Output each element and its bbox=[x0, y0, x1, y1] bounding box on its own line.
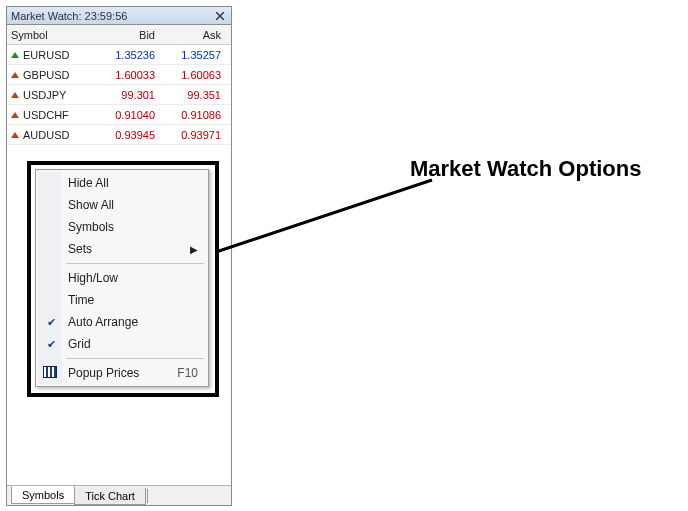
panel-tabs: Symbols Tick Chart bbox=[7, 485, 231, 505]
check-icon: ✔ bbox=[44, 315, 58, 329]
symbol-name: AUDUSD bbox=[23, 129, 69, 141]
menu-label: Sets bbox=[68, 242, 92, 256]
col-header-symbol[interactable]: Symbol bbox=[7, 29, 97, 41]
close-icon[interactable] bbox=[213, 9, 227, 23]
menu-label: Time bbox=[68, 293, 94, 307]
tab-separator bbox=[147, 489, 148, 503]
popup-prices-icon bbox=[43, 366, 57, 378]
menu-label: Show All bbox=[68, 198, 114, 212]
annotation-label: Market Watch Options bbox=[410, 156, 641, 182]
check-icon: ✔ bbox=[44, 337, 58, 351]
bid-price: 1.60033 bbox=[97, 69, 163, 81]
menu-hide-all[interactable]: Hide All bbox=[38, 172, 206, 194]
ask-price: 1.60063 bbox=[163, 69, 229, 81]
arrow-down-icon bbox=[11, 132, 19, 138]
ask-price: 99.351 bbox=[163, 89, 229, 101]
menu-separator bbox=[66, 358, 204, 359]
symbol-name: USDJPY bbox=[23, 89, 66, 101]
ask-price: 0.93971 bbox=[163, 129, 229, 141]
market-watch-panel: Market Watch: 23:59:56 Symbol Bid Ask EU… bbox=[6, 6, 232, 506]
tab-symbols[interactable]: Symbols bbox=[11, 486, 75, 504]
bid-price: 1.35236 bbox=[97, 49, 163, 61]
menu-time[interactable]: Time bbox=[38, 289, 206, 311]
quotes-header: Symbol Bid Ask bbox=[7, 25, 231, 45]
menu-label: High/Low bbox=[68, 271, 118, 285]
quote-row[interactable]: GBPUSD 1.60033 1.60063 bbox=[7, 65, 231, 85]
menu-label: Grid bbox=[68, 337, 91, 351]
panel-title: Market Watch: 23:59:56 bbox=[11, 7, 127, 25]
arrow-down-icon bbox=[11, 72, 19, 78]
menu-label: Auto Arrange bbox=[68, 315, 138, 329]
quote-row[interactable]: USDJPY 99.301 99.351 bbox=[7, 85, 231, 105]
tab-tick-chart[interactable]: Tick Chart bbox=[74, 488, 146, 505]
menu-separator bbox=[66, 263, 204, 264]
menu-symbols[interactable]: Symbols bbox=[38, 216, 206, 238]
symbol-name: GBPUSD bbox=[23, 69, 69, 81]
ask-price: 1.35257 bbox=[163, 49, 229, 61]
bid-price: 0.93945 bbox=[97, 129, 163, 141]
submenu-arrow-icon: ▶ bbox=[190, 244, 198, 255]
menu-label: Hide All bbox=[68, 176, 109, 190]
quote-row[interactable]: USDCHF 0.91040 0.91086 bbox=[7, 105, 231, 125]
bid-price: 99.301 bbox=[97, 89, 163, 101]
col-header-ask[interactable]: Ask bbox=[163, 29, 229, 41]
col-header-bid[interactable]: Bid bbox=[97, 29, 163, 41]
ask-price: 0.91086 bbox=[163, 109, 229, 121]
menu-high-low[interactable]: High/Low bbox=[38, 267, 206, 289]
arrow-up-icon bbox=[11, 52, 19, 58]
symbol-name: EURUSD bbox=[23, 49, 69, 61]
quote-row[interactable]: EURUSD 1.35236 1.35257 bbox=[7, 45, 231, 65]
svg-line-0 bbox=[216, 180, 432, 252]
symbol-name: USDCHF bbox=[23, 109, 69, 121]
bid-price: 0.91040 bbox=[97, 109, 163, 121]
menu-label: Popup Prices bbox=[68, 366, 139, 380]
menu-grid[interactable]: ✔Grid bbox=[38, 333, 206, 355]
context-menu: Hide All Show All Symbols Sets▶ High/Low… bbox=[35, 169, 209, 387]
menu-label: Symbols bbox=[68, 220, 114, 234]
menu-shortcut: F10 bbox=[177, 366, 198, 380]
menu-show-all[interactable]: Show All bbox=[38, 194, 206, 216]
menu-popup-prices[interactable]: Popup PricesF10 bbox=[38, 362, 206, 384]
panel-titlebar[interactable]: Market Watch: 23:59:56 bbox=[7, 7, 231, 25]
menu-auto-arrange[interactable]: ✔Auto Arrange bbox=[38, 311, 206, 333]
arrow-down-icon bbox=[11, 92, 19, 98]
menu-sets[interactable]: Sets▶ bbox=[38, 238, 206, 260]
quote-row[interactable]: AUDUSD 0.93945 0.93971 bbox=[7, 125, 231, 145]
arrow-down-icon bbox=[11, 112, 19, 118]
